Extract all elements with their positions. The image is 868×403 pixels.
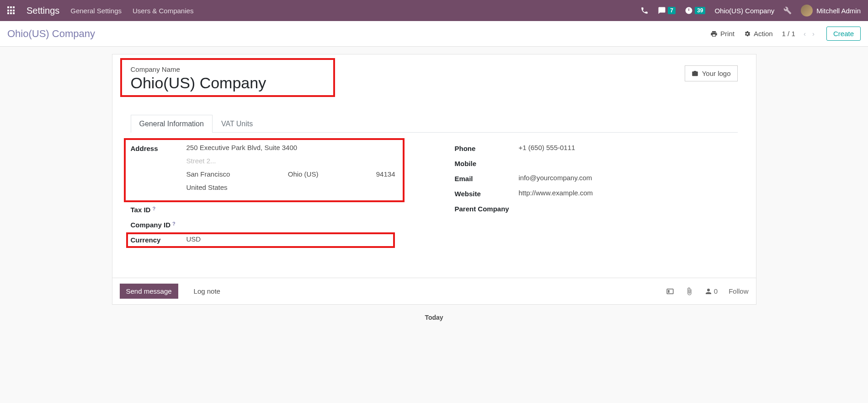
- book-icon[interactable]: [666, 287, 674, 296]
- phone-label: Phone: [455, 144, 519, 152]
- tab-general-information[interactable]: General Information: [131, 115, 213, 133]
- help-icon[interactable]: ?: [172, 221, 176, 226]
- city-field[interactable]: San Francisco: [186, 170, 230, 178]
- print-button[interactable]: Print: [710, 30, 735, 38]
- send-message-button[interactable]: Send message: [120, 284, 178, 299]
- address-label: Address: [131, 144, 186, 152]
- state-field[interactable]: Ohio (US): [288, 170, 319, 178]
- company-id-label: Company ID: [131, 221, 171, 229]
- create-button[interactable]: Create: [826, 27, 861, 41]
- messages-badge: 7: [668, 7, 676, 14]
- tab-vat-units[interactable]: VAT Units: [213, 115, 261, 133]
- chatter-toolbar: Send message Log note 0 Follow: [112, 278, 756, 305]
- company-switcher[interactable]: Ohio(US) Company: [714, 7, 774, 15]
- pager-next[interactable]: ›: [809, 28, 817, 39]
- follow-button[interactable]: Follow: [729, 287, 748, 295]
- pager: 1 / 1 ‹ ›: [782, 28, 817, 39]
- pager-prev[interactable]: ‹: [801, 28, 809, 39]
- debug-icon[interactable]: [783, 6, 792, 15]
- phone-field[interactable]: +1 (650) 555-0111: [519, 144, 738, 151]
- top-navigation: Settings General Settings Users & Compan…: [0, 0, 868, 21]
- user-menu[interactable]: Mitchell Admin: [816, 7, 861, 15]
- form-sheet: Your logo Company Name Ohio(US) Company …: [112, 54, 756, 278]
- currency-label: Currency: [131, 235, 186, 244]
- followers-count[interactable]: 0: [704, 287, 718, 296]
- nav-general-settings[interactable]: General Settings: [70, 7, 122, 15]
- avatar[interactable]: [801, 5, 813, 16]
- mobile-label: Mobile: [455, 159, 519, 167]
- email-field[interactable]: info@yourcompany.com: [519, 174, 738, 182]
- action-label: Action: [754, 30, 773, 38]
- messaging-icon[interactable]: 7: [658, 6, 676, 15]
- activities-icon[interactable]: 39: [685, 6, 705, 15]
- parent-company-label: Parent Company: [455, 204, 519, 213]
- today-separator: Today: [112, 314, 756, 321]
- country-field[interactable]: United States: [186, 183, 414, 191]
- attachment-icon[interactable]: [685, 287, 693, 296]
- print-label: Print: [720, 30, 735, 38]
- street2-field[interactable]: Street 2...: [186, 157, 414, 165]
- tabs: General Information VAT Units: [131, 115, 738, 133]
- voip-icon[interactable]: [640, 6, 649, 15]
- action-button[interactable]: Action: [744, 30, 773, 38]
- currency-field[interactable]: USD: [186, 235, 414, 243]
- activities-badge: 39: [695, 7, 705, 14]
- street-field[interactable]: 250 Executive Park Blvd, Suite 3400: [186, 144, 414, 151]
- tax-id-label: Tax ID: [131, 206, 151, 214]
- website-label: Website: [455, 189, 519, 198]
- email-label: Email: [455, 174, 519, 183]
- log-note-button[interactable]: Log note: [187, 284, 227, 299]
- breadcrumb[interactable]: Ohio(US) Company: [7, 28, 95, 40]
- help-icon[interactable]: ?: [152, 206, 155, 211]
- website-field[interactable]: http://www.example.com: [519, 189, 738, 197]
- app-title: Settings: [27, 5, 59, 16]
- control-panel: Ohio(US) Company Print Action 1 / 1 ‹ › …: [0, 21, 868, 47]
- company-name-label: Company Name: [131, 65, 738, 73]
- company-name-field[interactable]: Ohio(US) Company: [131, 74, 738, 92]
- nav-users-companies[interactable]: Users & Companies: [133, 7, 193, 15]
- apps-icon[interactable]: [7, 6, 16, 15]
- zip-field[interactable]: 94134: [376, 170, 395, 178]
